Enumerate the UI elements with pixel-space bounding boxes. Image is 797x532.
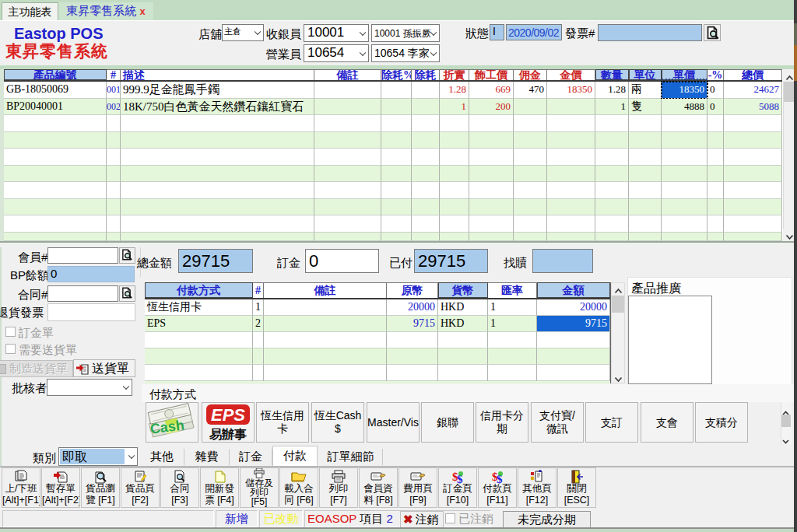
svg-text:易辦事: 易辦事 [209, 428, 247, 441]
svg-text:Cash: Cash [149, 417, 185, 436]
svg-text:EPS: EPS [211, 405, 245, 425]
